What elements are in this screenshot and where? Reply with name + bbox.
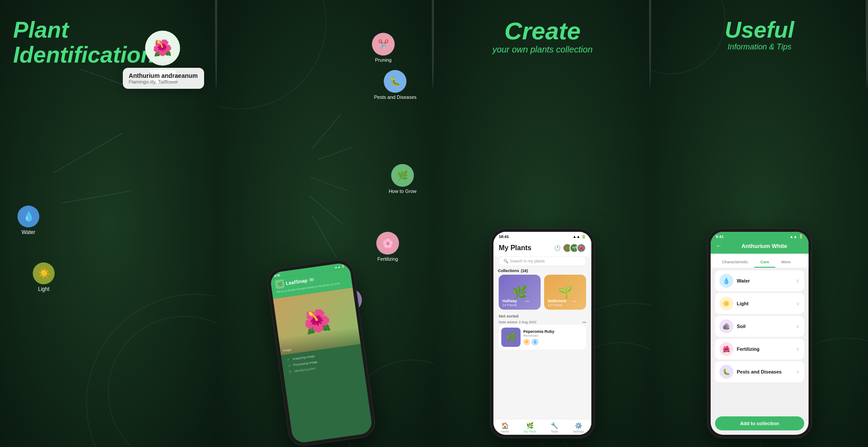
mp-signal: ▲▲ 🔋 (573, 234, 586, 239)
dashed-5 (312, 216, 337, 258)
light-label: Light (38, 286, 49, 292)
plant-photo: 🌺 Image (273, 288, 360, 355)
mp-header-right: 🕐 🌿 🌱 🌺 (554, 243, 586, 253)
nav-home[interactable]: 🏠 Home (501, 422, 509, 433)
more-dots[interactable]: ••• (583, 320, 586, 324)
mp-collections: 🌿 Hallway ••• 24 Plants 🌱 (493, 275, 591, 312)
plant-card: Anthurium andraeanum Flamingo-lily, Tail… (123, 68, 204, 89)
analyze-text-2: Processing image (293, 360, 318, 367)
tab-characteristic[interactable]: Characteristic (716, 257, 754, 268)
peperomia-reminder: Reminder (523, 334, 583, 338)
bottom-nav: 🏠 Home 🌿 My Plant 🔧 Tools ⚙️ (493, 419, 591, 435)
phone-mockup-2: 8:41 ▲▲ 🔋 🌿 LeafSnap AI We try to identi… (265, 258, 377, 447)
bathroom-count: 14 Plants (548, 303, 576, 307)
bathroom-dots[interactable]: ••• (573, 299, 576, 303)
analyze-text-1: Analyzing image (292, 355, 315, 361)
pruning-badge: ✂️ Pruning (372, 33, 395, 63)
search-placeholder: Search in my plants (510, 259, 545, 263)
pruning-label: Pruning (375, 57, 392, 63)
my-plants-phone: 18:41 ▲▲ 🔋 My Plants 🕐 🌿 🌱 🌺 (490, 228, 595, 438)
p2-image-label: Image (283, 348, 292, 353)
search-icon: 🔍 (503, 259, 508, 263)
panel-scan: ✂️ Pruning 🐛 Pests and Diseases 🌿 How to… (217, 0, 434, 447)
p4-header: Useful Information & Tips (664, 17, 855, 52)
check-icon-2: ✓ (288, 363, 291, 368)
dashed-2 (319, 147, 352, 159)
care-item-pests[interactable]: 🐛 Pests and Diseases ∨ (715, 361, 804, 382)
care-list: 💧 Water ∨ ☀️ Light ∨ 🪨 (711, 268, 809, 416)
care-item-soil[interactable]: 🪨 Soil ∨ (715, 316, 804, 337)
hallway-count: 24 Plants (502, 303, 529, 307)
hallway-name: Hallway (502, 299, 517, 303)
water-badge: 💧 Water (17, 206, 39, 235)
collections-count: (16) (521, 269, 528, 273)
panel-useful-info: Useful Information & Tips 9:41 ▲▲ 🔋 ← An… (651, 0, 868, 447)
tools-icon: 🔧 (551, 422, 558, 429)
home-icon: 🏠 (501, 422, 509, 429)
app-name: LeafSnap (285, 278, 308, 286)
light-badge: ☀️ Light (33, 262, 55, 292)
peperomia-info: Peperomia Ruby Reminder ☀️ 💧 (523, 329, 583, 346)
peperomia-item[interactable]: 🌿 Peperomia Ruby Reminder ☀️ 💧 (499, 325, 586, 349)
nav-settings[interactable]: ⚙️ Settings (573, 422, 584, 433)
mp-search[interactable]: 🔍 Search in my plants (499, 256, 586, 266)
nav-myplant[interactable]: 🌿 My Plant (524, 422, 536, 433)
soil-care-icon: 🪨 (719, 319, 733, 333)
care-signal: ▲▲ 🔋 (789, 234, 803, 239)
plant-icon-water: 💧 (531, 339, 538, 346)
water-label: Water (21, 229, 35, 235)
care-item-fertilizing[interactable]: 🌺 Fertilizing ∨ (715, 339, 804, 360)
hallway-card[interactable]: 🌿 Hallway ••• 24 Plants (499, 275, 541, 310)
care-time: 9:41 (716, 234, 724, 239)
nav-home-label: Home (501, 430, 509, 433)
mp-time: 18:41 (499, 234, 509, 239)
care-item-water[interactable]: 💧 Water ∨ (715, 270, 804, 291)
mp-avatars: 🌿 🌱 🌺 (562, 243, 586, 253)
fertilizing-badge: 🌸 Fertilizing (376, 232, 399, 262)
bathroom-name: Bathroom (548, 299, 566, 303)
p4-title: Useful (664, 17, 855, 42)
nav-tools-label: Tools (551, 430, 558, 433)
light-care-icon: ☀️ (719, 297, 733, 311)
plant-icon: 🌿 (526, 422, 534, 429)
mp-title: My Plants (499, 244, 531, 252)
tab-care[interactable]: Care (754, 257, 775, 268)
soil-care-label: Soil (737, 324, 792, 329)
care-tabs: Characteristic Care More (711, 254, 809, 268)
care-item-light[interactable]: ☀️ Light ∨ (715, 293, 804, 314)
pests-badge: 🐛 Pests and Diseases (374, 70, 417, 100)
add-to-collection-button[interactable]: Add to collection (715, 416, 804, 430)
back-arrow-icon[interactable]: ← (716, 242, 722, 249)
app-logo: 🌿 (275, 279, 285, 289)
peperomia-name: Peperomia Ruby (523, 329, 583, 334)
collections-header: Collections (16) (493, 269, 591, 275)
fertilizing-care-label: Fertilizing (737, 346, 792, 352)
how-to-grow-badge: 🌿 How to Grow (389, 164, 417, 194)
pests-care-icon: 🐛 (719, 365, 733, 379)
hallway-info: Hallway ••• 24 Plants (502, 299, 529, 307)
analyze-text-3: Identifying plant (294, 367, 316, 373)
plant-common-name: Flamingo-lily, Tailflower (129, 79, 198, 84)
how-to-grow-label: How to Grow (389, 189, 417, 194)
dashed-1 (312, 115, 340, 148)
fertilizing-care-icon: 🌺 (719, 342, 733, 356)
panel-plant-identification: Plant Identification 🌺 Anthurium andraea… (0, 0, 217, 447)
p3-subtitle: your own plants collection (447, 45, 638, 55)
fertilizing-chevron-icon: ∨ (796, 346, 800, 352)
plant-name: Anthurium andraeanum (129, 72, 198, 79)
bathroom-card[interactable]: 🌱 Bathroom ••• 14 Plants (544, 275, 586, 310)
p4-subtitle: Information & Tips (664, 42, 855, 52)
history-icon[interactable]: 🕐 (554, 245, 561, 251)
hallway-dots[interactable]: ••• (526, 299, 529, 303)
pests-care-label: Pests and Diseases (737, 369, 792, 374)
peperomia-photo: 🌿 (501, 328, 521, 347)
nav-tools[interactable]: 🔧 Tools (551, 422, 558, 433)
pests-label: Pests and Diseases (374, 94, 417, 100)
mp-status-bar: 18:41 ▲▲ 🔋 (493, 232, 591, 241)
light-chevron-icon: ∨ (796, 300, 800, 307)
tab-more[interactable]: More (775, 257, 797, 268)
care-plant-name: Anthurium White (726, 243, 803, 249)
dashed-connector (80, 69, 122, 84)
check-icon-1: ✓ (287, 358, 290, 362)
soil-chevron-icon: ∨ (796, 323, 800, 329)
